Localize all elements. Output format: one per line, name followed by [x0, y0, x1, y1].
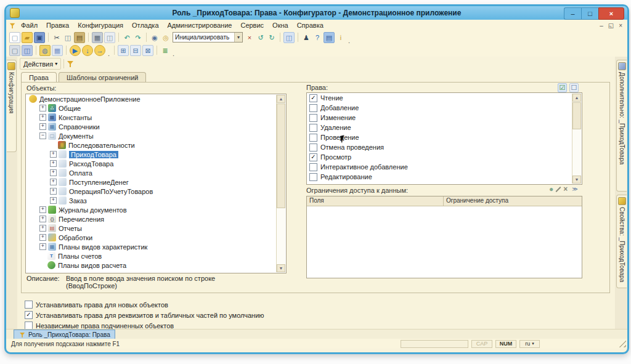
tree-expander-icon[interactable]: + [39, 216, 46, 222]
tree-expander-icon[interactable]: + [50, 188, 57, 195]
syntax-check-icon[interactable]: ↺ [256, 33, 266, 42]
tree-expander-icon[interactable]: + [50, 151, 57, 158]
menu-сервис[interactable]: Сервис [236, 21, 268, 30]
tree-item[interactable]: +ПоступлениеДенег [26, 177, 286, 187]
column-header-fields[interactable]: Поля [307, 196, 444, 206]
add-restriction-icon[interactable]: ● [549, 185, 553, 193]
help-contents-icon[interactable]: ? [312, 33, 322, 42]
mdi-window-icon[interactable]: ▢ [9, 45, 20, 56]
tree-item[interactable]: +ПриходТовара [26, 150, 286, 159]
rights-scrollbar-thumb[interactable] [572, 102, 581, 129]
right-checkbox[interactable] [309, 173, 317, 181]
toolbar-more-dot[interactable]: . [108, 51, 110, 57]
start-debug-icon[interactable]: ▶ [70, 45, 81, 56]
right-item[interactable]: Интерактивное добавление [307, 162, 582, 172]
debug-attach-icon[interactable]: ↓ [82, 45, 93, 56]
tree-expander-icon[interactable]: + [39, 234, 46, 241]
mdi-minimize-icon[interactable]: – [600, 22, 603, 29]
tree-item[interactable]: +Оплата [26, 168, 286, 177]
print-icon[interactable]: ▦ [92, 32, 103, 43]
menu-правка[interactable]: Правка [42, 21, 73, 30]
chevron-down-icon[interactable]: ▾ [234, 33, 242, 42]
set-all-rights-icon[interactable]: ☑ [558, 83, 567, 92]
tree-expander-icon[interactable]: + [39, 206, 46, 213]
forward-icon[interactable]: ↷ [133, 33, 143, 42]
bottom-checkbox[interactable] [25, 301, 33, 309]
tree-expander-icon[interactable]: + [39, 105, 46, 111]
right-item[interactable]: Проведение [307, 132, 582, 142]
tree-scrollbar[interactable]: ▲ ▼ [276, 95, 285, 272]
back-icon[interactable]: ↶ [122, 33, 132, 42]
tree-item[interactable]: Планы видов расчета [26, 261, 286, 270]
tree-item[interactable]: TПланы счетов [26, 251, 286, 261]
paste-icon[interactable]: ▤ [74, 32, 85, 43]
tree-expander-icon[interactable]: + [39, 114, 46, 121]
tree-item[interactable]: +Обработки [26, 233, 286, 242]
right-item[interactable]: Отмена проведения [307, 142, 582, 152]
tree-item[interactable]: ≣Последовательности [26, 140, 286, 150]
minimize-button[interactable]: – [564, 7, 581, 20]
scroll-down-icon[interactable]: ▼ [277, 264, 285, 272]
tree-item[interactable]: +РасходТовара [26, 159, 286, 168]
tree-item[interactable]: +▦Планы видов характеристик [26, 242, 286, 251]
toolbar-more-dot[interactable]: . [348, 38, 350, 44]
window-tab-role-rights[interactable]: Роль _ПриходТовара: Права [14, 330, 115, 339]
find-icon[interactable]: ◉ [150, 33, 160, 42]
menu-отладка[interactable]: Отладка [128, 21, 163, 30]
tree-expander-icon[interactable]: + [39, 123, 46, 130]
update-dbconfig-icon[interactable]: ⊟ [130, 45, 141, 56]
print-preview-icon[interactable]: ◫ [104, 32, 115, 43]
resize-grip[interactable] [618, 339, 626, 347]
tree-item[interactable]: +▦Константы [26, 113, 286, 122]
right-checkbox[interactable] [309, 114, 317, 122]
tree-expander-icon[interactable]: + [39, 243, 46, 250]
tree-item[interactable]: +∴Общие [26, 103, 286, 113]
right-checkbox[interactable]: ✓ [309, 94, 317, 102]
right-item[interactable]: Удаление [307, 123, 582, 132]
tree-expander-icon[interactable]: + [50, 169, 57, 176]
maximize-button[interactable]: □ [581, 7, 598, 20]
tab-additional-vertical[interactable]: Дополнительно: _ПриходТовара [616, 60, 627, 192]
tree-expander-icon[interactable]: + [50, 179, 57, 185]
table-icon[interactable]: ▦ [52, 45, 63, 56]
tree-expander-icon[interactable]: + [50, 197, 57, 204]
bottom-checkbox[interactable]: ✓ [25, 311, 33, 319]
save-config-icon[interactable]: ⊠ [142, 45, 153, 56]
objects-tree[interactable]: ▲ ▼ ДемонстрационноеПриложение+∴Общие+▦К… [25, 94, 287, 273]
title-bar[interactable]: Роль _ПриходТовара: Права - Конфигуратор… [6, 6, 627, 20]
right-checkbox[interactable]: ✓ [309, 153, 317, 161]
menu-справка[interactable]: Справка [293, 21, 328, 30]
right-item[interactable]: Изменение [307, 113, 582, 123]
right-checkbox[interactable] [309, 104, 317, 112]
tree-item[interactable]: +▤Отчеты [26, 224, 286, 233]
syntax-check-module-icon[interactable]: ↻ [267, 33, 277, 42]
restrictions-table[interactable]: Поля Ограничение доступа [306, 196, 582, 278]
clear-all-rights-icon[interactable]: ☐ [569, 83, 579, 92]
right-checkbox[interactable] [309, 163, 317, 171]
scroll-up-icon[interactable]: ▲ [572, 94, 581, 102]
scroll-down-icon[interactable]: ▼ [572, 176, 581, 184]
zoom-icon[interactable]: ◎ [161, 33, 171, 42]
right-checkbox[interactable] [309, 144, 317, 152]
tree-item[interactable]: +ОперацияПоУчетуТоваров [26, 187, 286, 196]
language-selector[interactable]: ru ▾ [519, 340, 540, 348]
tab-rights[interactable]: Права [21, 72, 57, 83]
filter-by-subsystems-icon[interactable] [67, 60, 75, 68]
save-icon[interactable]: ▣ [34, 32, 45, 43]
clear-search-icon[interactable]: × [245, 33, 254, 42]
compare-config-icon[interactable]: ⊞ [118, 45, 129, 56]
menu-администрирование[interactable]: Администрирование [163, 21, 237, 30]
new-document-icon[interactable]: ▢ [9, 32, 20, 43]
close-button[interactable]: × [598, 7, 624, 20]
right-checkbox[interactable] [309, 134, 317, 142]
tab-properties-vertical[interactable]: Свойства: _ПриходТовара [616, 195, 627, 288]
cut-icon[interactable]: ✂ [52, 33, 62, 42]
right-item[interactable]: ✓Просмотр [307, 152, 582, 162]
about-icon[interactable]: i [336, 33, 346, 42]
menu-конфигурация[interactable]: Конфигурация [73, 21, 128, 30]
rights-list[interactable]: ▲ ▼ ✓ЧтениеДобавлениеИзменениеУдалениеПр… [306, 92, 582, 185]
actions-button[interactable]: Действия ▾ [20, 58, 61, 70]
debug-continue-icon[interactable]: → [94, 45, 105, 56]
tree-item[interactable]: +Журналы документов [26, 205, 286, 214]
configurator-user-icon[interactable]: ♟ [301, 33, 311, 42]
